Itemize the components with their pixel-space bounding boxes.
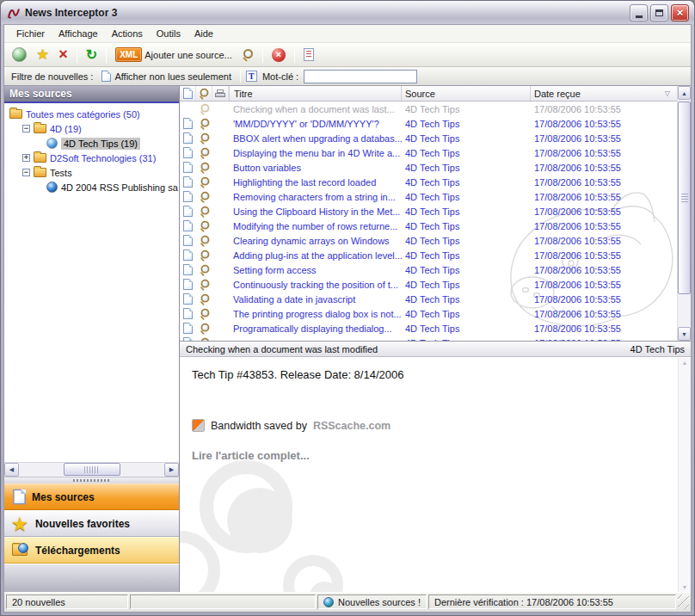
refresh-icon: ↻ (86, 48, 97, 62)
menu-item[interactable]: Affichage (52, 27, 105, 40)
list-row[interactable]: Setting form access4D Tech Tips17/08/200… (180, 262, 677, 277)
list-row[interactable]: Button variables4D Tech Tips17/08/2006 1… (180, 160, 677, 175)
refresh-button[interactable]: ↻ (83, 46, 100, 64)
column-date[interactable]: Date reçue ▽ (531, 86, 677, 101)
magnifier-icon (199, 323, 210, 334)
menu-item[interactable]: Actions (105, 27, 150, 40)
article-title: Programatically displaying thedialog... (229, 323, 402, 334)
article-title: Adding plug-ins at the application level… (229, 250, 402, 261)
list-row[interactable]: BBOX alert when upgrading a databas...4D… (180, 131, 677, 145)
minimize-button[interactable] (630, 4, 648, 22)
list-vertical-scrollbar[interactable]: ▲ ▼ (677, 86, 691, 341)
list-row[interactable]: 4D Tech Tips17/08/2006 10:53:55 (180, 336, 677, 341)
article-list-wrap: Titre Source Date reçue ▽ (180, 86, 691, 341)
add-source-button[interactable]: XML Ajouter une source... (113, 46, 235, 64)
sidebar-horizontal-scrollbar[interactable]: ◀ ▶ (4, 462, 179, 477)
watch-cell (196, 264, 212, 276)
list-row[interactable]: Modifying the number of rows returne...4… (180, 219, 677, 233)
list-row[interactable]: Highlighting the last record loaded4D Te… (180, 175, 677, 189)
source-tree: Toutes mes catégories (50)−4D (19)4D Tec… (4, 103, 179, 462)
sidebar-splitter[interactable] (4, 477, 179, 484)
tree-expander-icon[interactable]: − (22, 125, 30, 132)
show-unread-only-label: Afficher non lues seulement (114, 71, 231, 82)
tree-item[interactable]: Toutes mes catégories (50) (4, 107, 179, 121)
column-title[interactable]: Titre (229, 86, 402, 101)
watch-cell (196, 308, 212, 320)
search-button[interactable] (239, 47, 256, 63)
scroll-down-icon: ▼ (682, 584, 688, 590)
stop-button[interactable]: × (269, 46, 288, 64)
tree-item[interactable]: −Tests (4, 165, 179, 180)
keyword-input[interactable] (304, 70, 417, 83)
tree-item-label: 4D (19) (50, 124, 82, 134)
close-button[interactable]: × (671, 4, 689, 22)
list-row[interactable]: Adding plug-ins at the application level… (180, 248, 677, 262)
article-title: Using the Clipboard History in the Met..… (229, 206, 402, 217)
article-source: 4D Tech Tips (402, 236, 531, 246)
list-row[interactable]: Continuously tracking the position of t.… (180, 277, 677, 292)
close-icon: × (677, 7, 684, 18)
report-button[interactable] (301, 46, 317, 63)
watch-cell (196, 279, 212, 291)
menu-item[interactable]: Aide (188, 27, 220, 40)
list-row[interactable]: Clearing dynamic arrays on Windows4D Tec… (180, 233, 677, 248)
tree-item[interactable]: 4D Tech Tips (19) (4, 136, 179, 151)
tree-item[interactable]: 4D 2004 RSS Publishing sa (4, 180, 179, 194)
delete-button[interactable]: × (56, 46, 71, 63)
star-icon: ★ (12, 516, 28, 532)
list-row[interactable]: The printing progress dialog box is not.… (180, 306, 677, 321)
page-icon (183, 88, 193, 99)
watch-cell (196, 103, 212, 115)
scrollbar-thumb[interactable] (64, 463, 120, 476)
preview-scrollbar[interactable]: ▲ ▼ (678, 358, 691, 592)
menu-item[interactable]: Fichier (9, 27, 52, 40)
article-source: 4D Tech Tips (402, 206, 531, 217)
column-source[interactable]: Source (402, 86, 531, 101)
list-row[interactable]: Using the Clipboard History in the Met..… (180, 204, 677, 219)
list-row[interactable]: Removing characters from a string in...4… (180, 189, 677, 204)
scroll-left-button[interactable]: ◀ (4, 463, 19, 477)
list-row[interactable]: Validating a date in javascript4D Tech T… (180, 292, 677, 306)
page-icon (183, 279, 193, 290)
filter-bar: Filtre de nouvelles : Afficher non lues … (4, 67, 691, 86)
sidebar-button-mes-sources[interactable]: Mes sources (4, 484, 179, 510)
list-row[interactable]: 'MM/DD/YYYY' or 'DD/MM/YYYY'?4D Tech Tip… (180, 116, 677, 131)
scroll-right-button[interactable]: ▶ (164, 463, 179, 477)
list-row[interactable]: Programatically displaying thedialog...4… (180, 321, 677, 336)
scrollbar-thumb[interactable] (678, 102, 691, 294)
column-print[interactable] (212, 86, 229, 101)
scroll-down-button[interactable]: ▼ (678, 327, 691, 341)
menu-item[interactable]: Outils (150, 27, 188, 40)
scrollbar-track[interactable] (19, 463, 164, 477)
home-button[interactable] (9, 46, 29, 64)
article-title: Modifying the number of rows returne... (229, 221, 402, 231)
list-row[interactable]: Displaying the menu bar in 4D Write a...… (180, 145, 677, 160)
maximize-button[interactable] (650, 4, 668, 22)
page-icon (183, 264, 193, 275)
column-read-state[interactable] (180, 86, 196, 101)
tree-item[interactable]: +D2Soft Technologies (31) (4, 151, 179, 165)
folder-icon (34, 124, 46, 133)
list-row[interactable]: Checking when a document was last...4D T… (180, 102, 677, 116)
scrollbar-track[interactable] (678, 100, 691, 327)
show-unread-only-toggle[interactable]: Afficher non lues seulement (98, 70, 235, 83)
watch-cell (196, 118, 212, 130)
page-icon (183, 220, 193, 231)
favorites-button[interactable]: ★ (34, 46, 52, 64)
tree-expander-icon[interactable]: + (22, 154, 30, 162)
watch-cell (196, 337, 212, 342)
tree-expander-icon[interactable]: − (22, 169, 30, 176)
sidebar-button-nouvelles-favorites[interactable]: ★ Nouvelles favorites (4, 510, 179, 537)
xml-badge-icon: XML (115, 47, 142, 62)
scroll-up-button[interactable]: ▲ (678, 86, 691, 100)
sidebar-button-telechargements[interactable]: Téléchargements (4, 537, 179, 564)
article-title: Button variables (229, 163, 402, 173)
watch-cell (196, 323, 212, 335)
column-watch[interactable] (196, 86, 212, 101)
rsscache-link[interactable]: RSScache.com (313, 420, 391, 432)
article-date: 17/08/2006 10:53:55 (531, 294, 677, 305)
read-full-article-link[interactable]: Lire l'article complet... (192, 449, 679, 462)
watch-cell (196, 235, 212, 247)
resize-grip[interactable] (678, 594, 689, 609)
tree-item[interactable]: −4D (19) (4, 121, 179, 136)
